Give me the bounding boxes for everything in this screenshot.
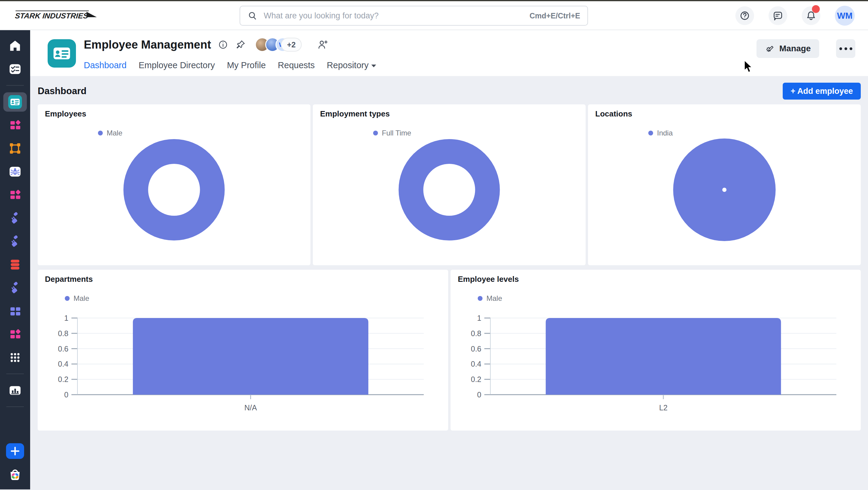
locations-pie-chart	[595, 137, 854, 261]
svg-text:0: 0	[477, 391, 481, 399]
collaborator-avatars[interactable]: WI +2	[255, 37, 302, 52]
search-icon	[247, 10, 258, 21]
plug-icon	[8, 234, 22, 248]
add-user-icon	[317, 39, 328, 50]
app-tabs: Dashboard Employee Directory My Profile …	[84, 60, 376, 70]
tab-repository[interactable]: Repository	[327, 60, 376, 70]
chart-legend[interactable]: Full Time	[373, 129, 578, 137]
employee-levels-bar-chart: 00.20.40.60.81L2	[458, 302, 854, 423]
sidebar-item-employee-management-active[interactable]	[3, 92, 27, 112]
pin-icon[interactable]	[235, 39, 246, 50]
employees-card: Employees Male	[38, 105, 310, 265]
apps-grid-pink-icon	[8, 188, 22, 202]
app-sidebar	[0, 30, 30, 489]
chevron-down-icon	[371, 64, 376, 67]
plug-icon	[8, 211, 22, 225]
svg-text:N/A: N/A	[244, 403, 257, 412]
sidebar-create-new-button[interactable]	[3, 441, 27, 461]
svg-text:0.2: 0.2	[58, 375, 68, 383]
search-input[interactable]	[263, 11, 530, 21]
svg-text:1: 1	[477, 314, 481, 322]
add-employee-button[interactable]: + Add employee	[783, 83, 861, 99]
top-bar: STARK INDUSTRIES Cmd+E/Ctrl+E WM	[0, 1, 868, 30]
chart-legend[interactable]: Male	[478, 294, 854, 302]
help-button[interactable]	[735, 6, 754, 25]
help-icon	[739, 10, 751, 22]
sidebar-item-connector-2[interactable]	[3, 232, 27, 251]
departments-bar-chart: 00.20.40.60.81N/A	[45, 302, 441, 423]
legend-dot	[98, 131, 103, 136]
notifications-button[interactable]	[802, 6, 820, 25]
employee-management-app-icon	[7, 94, 23, 110]
sidebar-marketplace-button[interactable]	[3, 465, 27, 484]
svg-text:0.4: 0.4	[471, 359, 481, 368]
search-shortcut-hint: Cmd+E/Ctrl+E	[530, 11, 580, 20]
svg-text:0.6: 0.6	[471, 345, 481, 353]
apps-grid-pink-icon	[8, 118, 22, 132]
svg-text:0.6: 0.6	[58, 345, 68, 353]
tab-requests[interactable]: Requests	[278, 60, 315, 70]
home-icon	[8, 39, 22, 53]
create-new-plus-icon	[5, 443, 25, 460]
svg-text:0.4: 0.4	[58, 359, 68, 368]
dashboard-panel: Dashboard + Add employee Employees Male …	[30, 76, 868, 435]
sidebar-divider	[6, 85, 24, 86]
gear-pencil-icon	[765, 44, 775, 54]
legend-dot	[65, 296, 70, 301]
card-title: Departments	[45, 275, 441, 284]
employee-levels-card: Employee levels Male 00.20.40.60.81L2	[451, 270, 861, 431]
tab-dashboard[interactable]: Dashboard	[84, 60, 127, 70]
app-header: Employee Management WI +2 Dashboard	[30, 30, 868, 76]
sidebar-item-analytics[interactable]	[3, 381, 27, 400]
stark-industries-logo[interactable]: STARK INDUSTRIES	[15, 10, 97, 20]
feedback-button[interactable]	[769, 6, 787, 25]
dashboard-heading: Dashboard	[38, 86, 87, 96]
sidebar-item-app-pink-2[interactable]	[3, 185, 27, 205]
legend-dot	[648, 131, 653, 136]
ellipsis-icon	[839, 47, 842, 50]
logo-text: STARK INDUSTRIES	[14, 10, 89, 20]
sidebar-item-tasks[interactable]	[3, 59, 27, 79]
user-avatar[interactable]: WM	[835, 6, 855, 26]
sidebar-item-all-apps[interactable]	[3, 348, 27, 367]
frame-orange-icon	[8, 142, 22, 155]
page-title: Employee Management	[84, 38, 211, 51]
employees-donut-chart	[45, 137, 303, 261]
svg-text:0.8: 0.8	[58, 329, 68, 338]
apps-grid-pink-icon	[8, 327, 22, 341]
sidebar-item-app-pink-3[interactable]	[3, 325, 27, 344]
sidebar-item-bug-tracker[interactable]	[3, 162, 27, 181]
svg-text:L2: L2	[659, 403, 668, 412]
tab-employee-directory[interactable]: Employee Directory	[138, 60, 215, 70]
employment-types-donut-chart	[320, 137, 578, 261]
apps-grid-purple-icon	[8, 304, 22, 318]
avatar-overflow-badge[interactable]: +2	[281, 38, 302, 52]
share-app-button[interactable]	[317, 39, 328, 50]
sidebar-item-connector-1[interactable]	[3, 208, 27, 228]
bug-icon	[8, 165, 22, 179]
analytics-icon	[8, 383, 22, 397]
card-title: Employment types	[320, 109, 578, 119]
global-search[interactable]: Cmd+E/Ctrl+E	[240, 6, 588, 26]
sidebar-item-app-purple[interactable]	[3, 301, 27, 321]
departments-card: Departments Male 00.20.40.60.81N/A	[38, 270, 448, 431]
chart-legend[interactable]: Male	[98, 129, 303, 137]
more-options-button[interactable]	[836, 39, 855, 58]
sidebar-item-connector-3[interactable]	[3, 278, 27, 297]
employment-types-card: Employment types Full Time	[313, 105, 586, 265]
card-title: Employee levels	[458, 275, 854, 284]
card-title: Employees	[45, 109, 303, 119]
sidebar-item-frame[interactable]	[3, 139, 27, 158]
sidebar-item-home[interactable]	[3, 36, 27, 56]
tasks-checklist-icon	[8, 62, 22, 76]
notification-badge	[812, 5, 820, 13]
sidebar-item-app-pink-1[interactable]	[3, 116, 27, 135]
tab-my-profile[interactable]: My Profile	[227, 60, 266, 70]
manage-button[interactable]: Manage	[756, 39, 819, 58]
chart-legend[interactable]: Male	[65, 294, 441, 302]
info-icon[interactable]	[218, 39, 228, 50]
chart-legend[interactable]: India	[648, 129, 854, 137]
sidebar-divider	[6, 406, 24, 407]
sidebar-item-database[interactable]	[3, 255, 27, 274]
legend-dot	[373, 131, 378, 136]
